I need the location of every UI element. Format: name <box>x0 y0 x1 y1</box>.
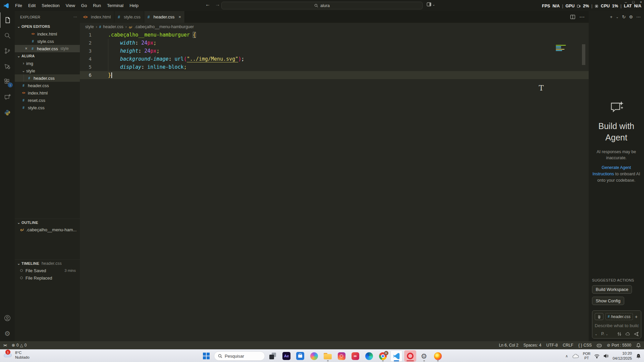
source-control-icon[interactable] <box>0 43 15 59</box>
nav-forward-icon[interactable]: → <box>215 1 220 7</box>
search-sidebar-icon[interactable] <box>0 28 15 43</box>
open-editor-index-html[interactable]: <> index.html <box>15 30 80 38</box>
nav-back-icon[interactable]: ← <box>205 1 210 7</box>
explorer-more-actions-icon[interactable]: ⋯ <box>73 15 77 19</box>
gear-icon[interactable]: ⚙ <box>629 14 633 19</box>
cloud-model-icon[interactable] <box>625 332 630 336</box>
menu-selection[interactable]: Selection <box>39 2 62 10</box>
tools-icon[interactable] <box>617 332 622 336</box>
build-workspace-button[interactable]: Build Workspace <box>592 285 632 294</box>
firefox-app[interactable] <box>432 350 444 362</box>
tray-overflow-chevron-icon[interactable]: ∧ <box>566 354 568 358</box>
file-reset-css[interactable]: # reset.css <box>15 97 80 104</box>
extensions-icon[interactable]: 1 <box>0 74 15 89</box>
file-style-css[interactable]: # style.css <box>15 104 80 111</box>
start-button[interactable] <box>200 350 212 362</box>
open-editor-style-css[interactable]: # style.css <box>15 38 80 45</box>
command-center-search[interactable]: alura <box>221 2 423 9</box>
file-index-html[interactable]: <> index.html <box>15 89 80 97</box>
encoding-indicator[interactable]: UTF-8 <box>546 343 558 348</box>
tab-style-css[interactable]: # style.css <box>114 11 144 23</box>
breadcrumb-folder[interactable]: style <box>85 24 94 29</box>
taskbar-weather-widget[interactable]: 1 8°C Nublado <box>3 350 30 360</box>
language-mode[interactable]: { } CSS <box>578 343 592 348</box>
settings-app[interactable]: ⚙ <box>418 350 430 362</box>
chat-composer[interactable]: # header.css + Describe what to build ⌄ … <box>592 310 641 339</box>
indentation-indicator[interactable]: Spaces: 4 <box>523 343 541 348</box>
eol-indicator[interactable]: CRLF <box>563 343 573 348</box>
onedrive-cloud-icon[interactable] <box>572 354 579 359</box>
notifications-bell-icon[interactable] <box>636 343 641 348</box>
breadcrumb-symbol[interactable]: .cabeçalho__menu-hamburguer <box>135 24 194 29</box>
menu-run[interactable]: Run <box>90 2 104 10</box>
file-explorer-app[interactable] <box>322 350 334 362</box>
open-editor-header-css[interactable]: × # header.css style <box>15 45 80 52</box>
adobe-cc-app[interactable]: ∞ <box>349 350 361 362</box>
edge-app[interactable] <box>363 350 375 362</box>
menu-view[interactable]: View <box>63 2 78 10</box>
breadcrumb[interactable]: style › # header.css › .cabeçalho__menu-… <box>80 23 589 31</box>
menu-file[interactable]: File <box>12 2 25 10</box>
code-editor[interactable]: 1 .cabeçalho__menu-hamburguer { 2 width:… <box>80 31 589 341</box>
folder-img[interactable]: › img <box>15 60 80 67</box>
chrome-app[interactable]: B <box>377 350 389 362</box>
live-server-port[interactable]: ⊘ Port : 5500 <box>607 343 631 348</box>
chat-input-placeholder[interactable]: Describe what to build <box>595 323 639 328</box>
chat-sidebar-icon[interactable] <box>0 89 15 105</box>
remote-window-icon[interactable]: >< <box>3 343 6 347</box>
cursor-position[interactable]: Ln 6, Col 2 <box>499 343 518 348</box>
timeline-item-saved[interactable]: File Saved 3 mins <box>15 267 80 274</box>
outline-section-header[interactable]: ⌄ OUTLINE <box>15 219 80 226</box>
split-editor-icon[interactable] <box>570 15 575 19</box>
tab-header-css[interactable]: # header.css × <box>144 11 185 23</box>
editor-scrollbar[interactable] <box>582 44 585 65</box>
chevron-down-icon[interactable]: ⌄ <box>616 15 619 19</box>
taskbar-search[interactable]: Pesquisar <box>214 351 265 361</box>
workspace-section-header[interactable]: ⌄ ALURA <box>15 52 80 60</box>
open-editors-section-header[interactable]: ⌄ OPEN EDITORS <box>15 23 80 30</box>
wifi-icon[interactable] <box>594 354 600 358</box>
menu-terminal[interactable]: Terminal <box>104 2 126 10</box>
customize-layout-button[interactable]: ⌄ <box>427 2 435 6</box>
file-header-css[interactable]: # header.css <box>15 82 80 89</box>
show-config-button[interactable]: Show Config <box>592 297 624 305</box>
instagram-app[interactable] <box>335 350 347 362</box>
task-view-button[interactable] <box>267 350 279 362</box>
send-icon[interactable] <box>634 332 639 336</box>
clock-widget[interactable]: 10:20 04/12/2025 <box>612 351 632 361</box>
copilot-status-icon[interactable] <box>597 343 602 348</box>
run-debug-icon[interactable] <box>0 59 15 74</box>
mode-picker[interactable]: P. ⌄ <box>601 331 608 336</box>
close-icon[interactable]: × <box>23 46 29 51</box>
menu-edit[interactable]: Edit <box>25 2 39 10</box>
outline-item[interactable]: .cabeçalho__menu-ham... <box>15 226 80 233</box>
folder-style[interactable]: ⌄ style <box>15 67 80 74</box>
file-style-header-css[interactable]: # header.css <box>15 74 80 82</box>
account-icon[interactable] <box>0 310 15 326</box>
tab-index-html[interactable]: <> index.html <box>80 11 114 23</box>
add-context-icon[interactable]: + <box>635 314 638 319</box>
settings-gear-icon[interactable]: ⚙ <box>0 326 15 341</box>
after-effects-app[interactable]: Ae <box>280 350 292 362</box>
copilot-app[interactable] <box>308 350 320 362</box>
attach-context-button[interactable] <box>595 313 603 320</box>
python-extension-icon[interactable] <box>0 105 15 120</box>
minimap[interactable] <box>556 45 566 51</box>
close-icon[interactable]: × <box>178 14 181 19</box>
explorer-icon[interactable] <box>0 12 15 28</box>
language-indicator[interactable]: POR PT <box>583 352 591 360</box>
panel-more-actions-icon[interactable]: ⋯ <box>636 14 641 19</box>
timeline-item-replaced[interactable]: File Replaced <box>15 274 80 282</box>
chevron-down-icon[interactable]: ⌄ <box>595 332 597 336</box>
vscode-app-active[interactable] <box>390 350 402 362</box>
breadcrumb-file[interactable]: header.css <box>103 24 123 29</box>
menu-go[interactable]: Go <box>78 2 90 10</box>
menu-help[interactable]: Help <box>126 2 142 10</box>
opera-gx-app[interactable] <box>404 350 416 362</box>
history-icon[interactable]: ↻ <box>622 14 626 19</box>
microsoft-store-app[interactable] <box>294 350 306 362</box>
context-chip-header-css[interactable]: # header.css <box>605 313 633 320</box>
editor-more-actions-icon[interactable]: ⋯ <box>579 14 585 20</box>
volume-icon[interactable] <box>603 354 609 358</box>
problems-indicator[interactable]: ⊗ 0 △ 0 <box>12 343 27 348</box>
